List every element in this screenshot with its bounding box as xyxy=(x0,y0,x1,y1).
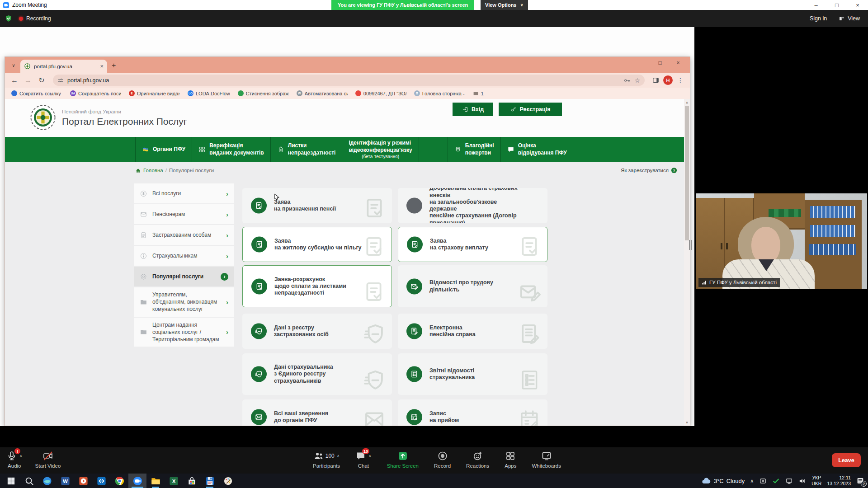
register-button[interactable]: Реєстрація xyxy=(499,103,562,116)
address-bar[interactable]: portal.pfu.gov.ua ☆ xyxy=(53,75,645,86)
bookmark-00992467[interactable]: 00992467, ДП "ЗОЛ... xyxy=(355,90,406,96)
whiteboards-button[interactable]: ∧ Whiteboards xyxy=(532,450,561,469)
card-appointment[interactable]: Записна прийом xyxy=(398,399,547,426)
chrome-menu-icon[interactable]: ⋮ xyxy=(677,77,684,84)
how-to-register-link[interactable]: Як зареєструватися ? xyxy=(621,167,677,174)
sidebar-popular[interactable]: Популярні послуги › xyxy=(134,267,234,286)
chrome-minimize-button[interactable]: – xyxy=(633,57,651,69)
nav-donations[interactable]: Благодійніпожертви xyxy=(448,137,500,162)
taskbar-powerpoint[interactable] xyxy=(74,474,92,488)
view-button[interactable]: View xyxy=(839,15,860,22)
scrollbar-thumb[interactable] xyxy=(685,106,689,240)
bookmark-loda-docflow[interactable]: LO LODA.DocFlow xyxy=(188,90,230,96)
bookmark-original-edition[interactable]: E Оригінальне видан... xyxy=(129,90,180,96)
bookmark-shorten-link[interactable]: Сократить ссылку -... xyxy=(11,90,62,96)
security-check-icon[interactable] xyxy=(772,477,780,485)
taskbar-zoom[interactable] xyxy=(128,474,146,488)
bookmark-image-compression[interactable]: Стиснення зображ... xyxy=(238,90,289,96)
panel-resize-handle[interactable] xyxy=(689,240,692,250)
forward-button[interactable]: → xyxy=(22,76,34,84)
security-shield-icon[interactable] xyxy=(5,14,13,23)
tab-search-button[interactable]: ∨ xyxy=(9,60,19,70)
tab-close-icon[interactable]: × xyxy=(100,63,104,70)
taskbar-paint[interactable] xyxy=(219,474,237,488)
audio-button[interactable]: ! ∧ Audio xyxy=(6,450,23,469)
chevron-up-icon[interactable]: ∧ xyxy=(337,454,340,458)
notification-center-icon[interactable]: 2 xyxy=(856,477,864,485)
minimize-button[interactable]: – xyxy=(806,2,826,9)
taskbar-chrome[interactable] xyxy=(110,474,128,488)
view-options-button[interactable]: View Options ∨ xyxy=(481,0,528,10)
browser-tab[interactable]: portal.pfu.gov.ua × xyxy=(20,60,107,73)
card-sick-pay-calculation[interactable]: Заява-розрахунокщодо сплати за листкамин… xyxy=(242,265,392,307)
site-settings-icon[interactable] xyxy=(57,77,64,84)
chevron-up-icon[interactable]: ∧ xyxy=(368,454,372,458)
taskbar-edge[interactable] xyxy=(38,474,56,488)
weather-widget[interactable]: 3°C Cloudy xyxy=(701,476,745,486)
breadcrumb-home-link[interactable]: Головна xyxy=(143,168,163,173)
taskbar-teamviewer[interactable] xyxy=(92,474,110,488)
reload-button[interactable]: ↻ xyxy=(36,76,47,84)
taskbar-explorer[interactable] xyxy=(146,474,165,488)
taskbar-word[interactable]: W xyxy=(56,474,74,488)
chat-button[interactable]: 10 ∧ Chat xyxy=(355,450,372,469)
scroll-down-icon[interactable]: ▾ xyxy=(686,419,688,426)
sidebar-insured[interactable]: Застрахованим особам › xyxy=(134,225,234,245)
reactions-button[interactable]: ∧ Reactions xyxy=(466,450,489,469)
taskbar-store[interactable] xyxy=(183,474,201,488)
bookmark-automated-system[interactable]: W Автоматизована си... xyxy=(297,90,348,96)
bookmark-url-shortener[interactable]: UA Сокращатель поси... xyxy=(70,90,121,96)
record-button[interactable]: ∧ Record xyxy=(434,450,451,469)
taskbar-search[interactable] xyxy=(20,474,38,488)
home-icon[interactable] xyxy=(135,168,141,174)
sidebar-centers[interactable]: Центрам надання соціальних послуг / Тери… xyxy=(134,318,234,347)
nav-rating[interactable]: Оцінкавідвідування ПФУ xyxy=(500,137,573,162)
profile-avatar[interactable]: H xyxy=(663,75,673,85)
page-scrollbar[interactable]: ▴ ▾ xyxy=(684,99,690,426)
login-button[interactable]: Вхід xyxy=(453,103,493,116)
clock[interactable]: 12:11 13.12.2023 xyxy=(827,475,851,487)
participants-button[interactable]: 100 ∧ Participants xyxy=(313,450,340,469)
start-button[interactable] xyxy=(2,474,20,488)
chrome-restore-button[interactable]: □ xyxy=(651,57,669,69)
close-button[interactable]: × xyxy=(847,2,868,9)
scroll-up-icon[interactable]: ▴ xyxy=(686,99,688,105)
card-employment-info[interactable]: Відомості про трудову діяльність xyxy=(398,265,547,307)
share-screen-button[interactable]: ∧ Share Screen xyxy=(387,450,419,469)
cast-icon[interactable] xyxy=(759,477,767,485)
card-appeals[interactable]: Всі ваші зверненнядо органів ПФУ xyxy=(242,399,392,426)
card-insurance-payment[interactable]: Заявана страхову виплату xyxy=(398,227,547,262)
sidebar-pensioners[interactable]: Пенсіонерам › xyxy=(134,204,234,224)
sidebar-managers[interactable]: Управителям, об'єднанням, виконавцям ком… xyxy=(134,287,234,317)
nav-organy-pfu[interactable]: Органи ПФУ xyxy=(135,137,192,162)
card-electronic-pension-file[interactable]: Електроннапенсійна справа xyxy=(398,314,547,349)
sidebar-all-services[interactable]: Всі послуги › xyxy=(134,183,234,203)
card-insurer-registry-data[interactable]: Дані страхувальниказ Єдиного реєструстра… xyxy=(242,353,392,395)
sidebar-insurers[interactable]: Страхувальникам › xyxy=(134,246,234,266)
bookmark-folder-1[interactable]: 1 xyxy=(473,90,484,96)
start-video-button[interactable]: ∧ Start Video xyxy=(35,450,61,469)
side-panel-icon[interactable] xyxy=(652,76,660,84)
nav-identification[interactable]: Ідентифікація у режимівідеоконференцзв'я… xyxy=(342,137,418,162)
card-insured-registry-data[interactable]: Дані з реєструзастрахованих осіб xyxy=(242,314,392,349)
chevron-up-icon[interactable]: ∧ xyxy=(19,454,23,458)
card-subsidy-application[interactable]: Заявана житлову субсидію чи пільгу xyxy=(242,227,392,262)
chrome-close-button[interactable]: × xyxy=(669,57,687,69)
bookmark-star-icon[interactable]: ☆ xyxy=(634,77,640,84)
new-tab-button[interactable]: + xyxy=(112,61,116,70)
back-button[interactable]: ← xyxy=(9,76,20,84)
volume-icon[interactable] xyxy=(798,477,806,485)
card-pension-application[interactable]: Заявана призначення пенсії xyxy=(242,188,392,223)
card-voluntary-contributions[interactable]: Добровільна сплата страхових внесківна з… xyxy=(398,188,547,223)
bookmark-home-page[interactable]: П Головна сторінка -... xyxy=(414,90,465,96)
password-key-icon[interactable] xyxy=(623,77,631,84)
leave-button[interactable]: Leave xyxy=(832,453,861,467)
sign-in-button[interactable]: Sign in xyxy=(810,15,827,22)
taskbar-excel[interactable]: X xyxy=(165,474,183,488)
card-insurer-reports[interactable]: Звітні відомостістрахувальника xyxy=(398,353,547,395)
restore-button[interactable]: □ xyxy=(826,2,847,9)
nav-verification[interactable]: Верифікаціявиданих документів xyxy=(192,137,270,162)
network-icon[interactable] xyxy=(785,477,793,485)
nav-sick-lists[interactable]: Листкинепрацездатності xyxy=(270,137,342,162)
taskbar-mdoffice[interactable] xyxy=(201,474,219,488)
